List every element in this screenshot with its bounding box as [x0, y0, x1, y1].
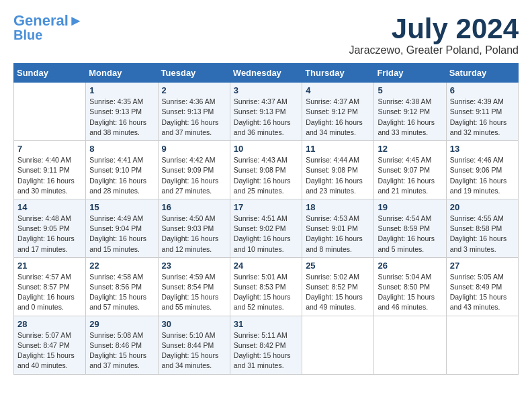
sunset: Sunset: 8:42 PM: [234, 341, 286, 349]
sunset: Sunset: 9:02 PM: [234, 224, 286, 232]
logo: General► Blue: [13, 13, 83, 42]
calendar-cell: 9 Sunrise: 4:42 AM Sunset: 9:09 PM Dayli…: [158, 141, 230, 199]
sunset: Sunset: 8:44 PM: [162, 341, 214, 349]
sunrise: Sunrise: 5:07 AM: [17, 331, 71, 339]
day-info: Sunrise: 4:58 AM Sunset: 8:56 PM Dayligh…: [89, 272, 154, 313]
calendar-cell: 29 Sunrise: 5:08 AM Sunset: 8:46 PM Dayl…: [86, 316, 158, 374]
sunset: Sunset: 9:06 PM: [450, 166, 502, 174]
day-number: 31: [234, 319, 298, 329]
sunset: Sunset: 8:57 PM: [17, 283, 70, 291]
day-number: 8: [89, 144, 154, 154]
sunset: Sunset: 8:47 PM: [17, 341, 70, 349]
calendar-table: SundayMondayTuesdayWednesdayThursdayFrid…: [13, 63, 519, 374]
calendar-week-3: 14 Sunrise: 4:48 AM Sunset: 9:05 PM Dayl…: [14, 199, 519, 257]
logo-bird-icon: ►: [69, 12, 83, 29]
sunset: Sunset: 9:04 PM: [89, 224, 142, 232]
sunrise: Sunrise: 4:35 AM: [89, 97, 143, 105]
weekday-header-sunday: Sunday: [14, 64, 86, 83]
day-number: 18: [306, 202, 370, 212]
day-number: 23: [162, 261, 226, 271]
calendar-cell: 5 Sunrise: 4:38 AM Sunset: 9:12 PM Dayli…: [374, 83, 446, 141]
day-info: Sunrise: 4:51 AM Sunset: 9:02 PM Dayligh…: [234, 214, 298, 255]
sunset: Sunset: 8:58 PM: [450, 224, 502, 232]
calendar-cell: [14, 83, 86, 141]
calendar-cell: 22 Sunrise: 4:58 AM Sunset: 8:56 PM Dayl…: [86, 257, 158, 316]
day-number: 14: [17, 202, 82, 212]
sunrise: Sunrise: 4:57 AM: [17, 273, 71, 281]
calendar-cell: 4 Sunrise: 4:37 AM Sunset: 9:12 PM Dayli…: [302, 83, 374, 141]
weekday-header-tuesday: Tuesday: [158, 64, 230, 83]
day-number: 12: [378, 144, 442, 154]
day-number: 29: [89, 319, 154, 329]
weekday-header-row: SundayMondayTuesdayWednesdayThursdayFrid…: [14, 64, 519, 83]
sunset: Sunset: 8:46 PM: [89, 341, 142, 349]
header: General► Blue July 2024 Jaraczewo, Great…: [13, 13, 519, 56]
day-info: Sunrise: 4:35 AM Sunset: 9:13 PM Dayligh…: [89, 97, 154, 138]
sunrise: Sunrise: 5:04 AM: [378, 273, 431, 281]
calendar-cell: 16 Sunrise: 4:50 AM Sunset: 9:03 PM Dayl…: [158, 199, 230, 257]
day-number: 2: [162, 85, 226, 95]
daylight: Daylight: 16 hours and 17 minutes.: [17, 234, 75, 253]
sunrise: Sunrise: 4:46 AM: [450, 156, 504, 164]
sunrise: Sunrise: 4:44 AM: [306, 156, 359, 164]
calendar-week-1: 1 Sunrise: 4:35 AM Sunset: 9:13 PM Dayli…: [14, 83, 519, 141]
location-title: Jaraczewo, Greater Poland, Poland: [349, 44, 519, 56]
day-number: 13: [450, 144, 515, 154]
day-number: 1: [89, 85, 154, 95]
sunrise: Sunrise: 5:08 AM: [89, 331, 143, 339]
day-number: 22: [89, 261, 154, 271]
daylight: Daylight: 16 hours and 23 minutes.: [306, 177, 363, 195]
sunset: Sunset: 9:11 PM: [17, 166, 70, 174]
calendar-cell: 12 Sunrise: 4:45 AM Sunset: 9:07 PM Dayl…: [374, 141, 446, 199]
day-number: 9: [162, 144, 226, 154]
day-number: 11: [306, 144, 370, 154]
day-number: 30: [162, 319, 226, 329]
daylight: Daylight: 16 hours and 38 minutes.: [89, 118, 146, 136]
weekday-header-thursday: Thursday: [302, 64, 374, 83]
day-info: Sunrise: 5:07 AM Sunset: 8:47 PM Dayligh…: [17, 330, 82, 371]
calendar-cell: [374, 316, 446, 374]
sunset: Sunset: 8:53 PM: [234, 283, 286, 291]
sunset: Sunset: 8:52 PM: [306, 283, 358, 291]
day-number: 4: [306, 85, 370, 95]
daylight: Daylight: 15 hours and 46 minutes.: [378, 293, 435, 311]
day-info: Sunrise: 4:49 AM Sunset: 9:04 PM Dayligh…: [89, 214, 154, 255]
calendar-cell: 3 Sunrise: 4:37 AM Sunset: 9:13 PM Dayli…: [230, 83, 302, 141]
calendar-week-2: 7 Sunrise: 4:40 AM Sunset: 9:11 PM Dayli…: [14, 141, 519, 199]
sunrise: Sunrise: 4:51 AM: [234, 214, 287, 222]
day-number: 3: [234, 85, 298, 95]
daylight: Daylight: 15 hours and 49 minutes.: [306, 293, 363, 311]
daylight: Daylight: 15 hours and 52 minutes.: [234, 293, 291, 311]
logo-general: General: [13, 12, 69, 29]
daylight: Daylight: 16 hours and 12 minutes.: [162, 234, 219, 253]
calendar-cell: 31 Sunrise: 5:11 AM Sunset: 8:42 PM Dayl…: [230, 316, 302, 374]
calendar-cell: [302, 316, 374, 374]
month-title: July 2024: [349, 13, 519, 44]
daylight: Daylight: 16 hours and 32 minutes.: [450, 118, 507, 136]
day-info: Sunrise: 4:41 AM Sunset: 9:10 PM Dayligh…: [89, 155, 154, 196]
sunrise: Sunrise: 4:40 AM: [17, 156, 71, 164]
daylight: Daylight: 16 hours and 15 minutes.: [89, 234, 146, 253]
sunset: Sunset: 8:50 PM: [378, 283, 430, 291]
day-info: Sunrise: 4:43 AM Sunset: 9:08 PM Dayligh…: [234, 155, 298, 196]
sunrise: Sunrise: 4:39 AM: [450, 97, 504, 105]
day-info: Sunrise: 4:38 AM Sunset: 9:12 PM Dayligh…: [378, 97, 442, 138]
daylight: Daylight: 16 hours and 37 minutes.: [162, 118, 219, 136]
day-info: Sunrise: 4:39 AM Sunset: 9:11 PM Dayligh…: [450, 97, 515, 138]
day-info: Sunrise: 4:53 AM Sunset: 9:01 PM Dayligh…: [306, 214, 370, 255]
day-info: Sunrise: 4:48 AM Sunset: 9:05 PM Dayligh…: [17, 214, 82, 255]
sunset: Sunset: 8:49 PM: [450, 283, 502, 291]
calendar-cell: 13 Sunrise: 4:46 AM Sunset: 9:06 PM Dayl…: [446, 141, 518, 199]
sunrise: Sunrise: 5:05 AM: [450, 273, 504, 281]
sunrise: Sunrise: 5:11 AM: [234, 331, 287, 339]
daylight: Daylight: 16 hours and 33 minutes.: [378, 118, 435, 136]
sunset: Sunset: 9:13 PM: [89, 107, 142, 116]
day-number: 16: [162, 202, 226, 212]
sunset: Sunset: 9:01 PM: [306, 224, 358, 232]
calendar-cell: 19 Sunrise: 4:54 AM Sunset: 8:59 PM Dayl…: [374, 199, 446, 257]
day-number: 17: [234, 202, 298, 212]
day-number: 10: [234, 144, 298, 154]
weekday-header-friday: Friday: [374, 64, 446, 83]
daylight: Daylight: 16 hours and 28 minutes.: [89, 177, 146, 195]
sunset: Sunset: 9:10 PM: [89, 166, 142, 174]
